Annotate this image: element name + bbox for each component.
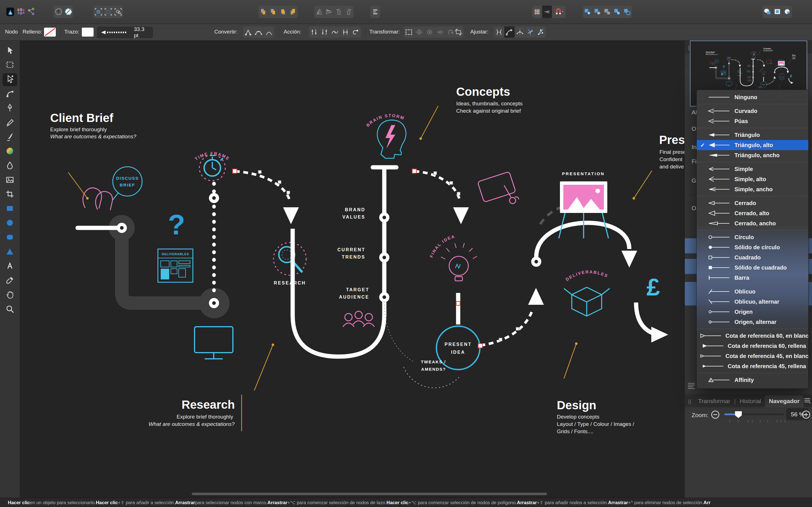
menu-item-oblique-alt[interactable]: Oblicuo, alternar [697, 297, 808, 307]
mask-behind-button[interactable] [763, 6, 772, 18]
adjust-drag-curve-button[interactable] [504, 26, 515, 38]
flip-horizontal-button[interactable] [314, 6, 324, 18]
marquee-grid-button[interactable] [94, 6, 103, 18]
tool-style-picker[interactable] [3, 274, 17, 287]
arrange-back-one-button[interactable] [268, 6, 278, 18]
boolean-subtract-button[interactable] [592, 6, 602, 18]
tool-fill-gradient[interactable] [3, 145, 17, 158]
rotate-ccw-button[interactable] [334, 6, 344, 18]
menu-item-simple[interactable]: Simple [697, 164, 808, 174]
fill-swatch[interactable] [44, 27, 56, 37]
menu-item-dim-60-filled[interactable]: Cota de referencia 60, rellena [697, 341, 808, 351]
action-close-button[interactable] [319, 26, 329, 38]
menu-item-curved[interactable]: Curvado [697, 106, 808, 116]
tool-rectangle[interactable] [3, 203, 17, 216]
stroke-swatch[interactable] [82, 27, 94, 37]
tool-pen[interactable] [3, 102, 17, 115]
boolean-add-button[interactable] [583, 6, 592, 18]
canvas[interactable]: TIME FRAME RESEARCH [20, 41, 684, 498]
menu-item-square-solid[interactable]: Sólido de cuadrado [697, 263, 808, 273]
menu-item-simple-tall[interactable]: Simple, alto [697, 174, 808, 184]
tool-vector-crop[interactable] [3, 188, 17, 201]
adjust-snap-geometry-button[interactable] [525, 26, 536, 38]
boolean-combine-button[interactable] [622, 6, 632, 18]
tab-navegador[interactable]: Navegador [765, 395, 804, 407]
menu-item-origin[interactable]: Origen [697, 307, 808, 317]
panel-drag-handle[interactable]: || [688, 399, 691, 404]
marquee-dots-button[interactable] [103, 6, 113, 18]
menu-item-closed-wide[interactable]: Cerrado, ancho [697, 218, 808, 228]
horizontal-scrollbar[interactable] [192, 493, 547, 495]
tab-historial[interactable]: Historial [735, 395, 765, 407]
action-reverse-button[interactable] [350, 26, 361, 38]
menu-item-dim-45-open[interactable]: Cota de referencia 45, en blanco [697, 351, 808, 361]
menu-item-origin-alt[interactable]: Origen, alternar [697, 317, 808, 327]
tab-transformar[interactable]: Transformar [694, 395, 734, 407]
menu-item-circle-solid[interactable]: Sólido de círculo [697, 242, 808, 252]
adjust-handles-button[interactable] [494, 26, 504, 38]
zoom-slider[interactable] [724, 413, 784, 415]
menu-item-square[interactable]: Cuadrado [697, 252, 808, 263]
move-whole-pixels-button[interactable] [542, 6, 552, 18]
menu-item-oblique[interactable]: Oblicuo [697, 286, 808, 297]
menu-item-tri-wide[interactable]: Triángulo, ancho [697, 150, 808, 160]
node-graph-button[interactable] [25, 6, 37, 18]
transform-show-button[interactable] [424, 26, 435, 38]
menu-item-affinity[interactable]: Affinity [697, 375, 808, 385]
tool-vector-brush[interactable] [3, 131, 17, 144]
zoom-slider-knob[interactable] [735, 411, 742, 418]
menu-item-closed-tall[interactable]: Cerrado, alto [697, 208, 808, 218]
menu-item-tri[interactable]: Triángulo [697, 130, 808, 140]
tool-triangle[interactable] [3, 245, 17, 259]
tool-pencil[interactable] [3, 116, 17, 129]
stroke-style-selector[interactable]: 33.3 pt [97, 27, 153, 38]
tool-move[interactable] [3, 45, 17, 57]
rotate-cw-button[interactable] [344, 6, 354, 18]
pixel-grid-button[interactable] [532, 6, 542, 18]
blob-slash-button[interactable] [63, 6, 73, 18]
arrange-back-button[interactable] [259, 6, 268, 18]
menu-item-dim-60-open[interactable]: Cota de referencia 60, en blanco [697, 331, 808, 341]
zoom-in-button[interactable] [802, 410, 811, 419]
convert-sharp-button[interactable] [243, 26, 253, 38]
menu-item-bar[interactable]: Barra [697, 273, 808, 283]
zoom-out-button[interactable] [711, 410, 720, 419]
menu-item-barbed[interactable]: Púas [697, 116, 808, 126]
transform-center-button[interactable] [414, 26, 424, 38]
tool-node[interactable] [3, 73, 17, 86]
tool-transparency[interactable] [3, 159, 17, 172]
tool-place-image[interactable] [3, 174, 17, 187]
action-join-button[interactable] [340, 26, 350, 38]
action-smooth-button[interactable] [329, 26, 340, 38]
arrange-forward-one-button[interactable] [278, 6, 288, 18]
tool-rounded-rectangle[interactable] [3, 231, 17, 244]
tool-artistic-text[interactable] [3, 260, 17, 273]
tool-zoom-magnifier[interactable] [3, 303, 17, 316]
menu-item-circle[interactable]: Círculo [697, 232, 808, 242]
panel-menu-icon[interactable] [804, 397, 811, 405]
boolean-divide-button[interactable] [612, 6, 622, 18]
blob-arrow-button[interactable] [54, 6, 63, 18]
tool-view-hand[interactable] [3, 289, 17, 302]
menu-item-dim-45-filled[interactable]: Cota de referencia 45, rellena [697, 361, 808, 371]
layers-stack-icon[interactable] [687, 382, 696, 389]
transform-mirror-button[interactable] [435, 26, 445, 38]
snapping-magnet-button[interactable] [552, 6, 566, 18]
marquee-shapes-button[interactable] [113, 6, 123, 18]
convert-smart-button[interactable] [264, 26, 274, 38]
boolean-intersect-button[interactable] [602, 6, 612, 18]
mask-intersect-button[interactable] [782, 6, 792, 18]
transform-bbox-button[interactable] [404, 26, 414, 38]
tool-corner[interactable] [3, 88, 17, 101]
tool-ellipse[interactable] [3, 217, 17, 230]
menu-item-line[interactable]: Ninguno [697, 92, 808, 102]
menu-item-tri-tall[interactable]: ✓Triángulo, alto [697, 140, 808, 150]
adjust-lasso-button[interactable] [536, 26, 546, 38]
flip-vertical-button[interactable] [324, 6, 334, 18]
arrange-front-button[interactable] [288, 6, 298, 18]
mask-inside-button[interactable] [772, 6, 782, 18]
menu-item-simple-wide[interactable]: Simple, ancho [697, 184, 808, 194]
tool-artboard[interactable] [3, 59, 17, 72]
menu-item-closed[interactable]: Cerrado [697, 198, 808, 208]
alignment-button[interactable] [370, 6, 380, 18]
